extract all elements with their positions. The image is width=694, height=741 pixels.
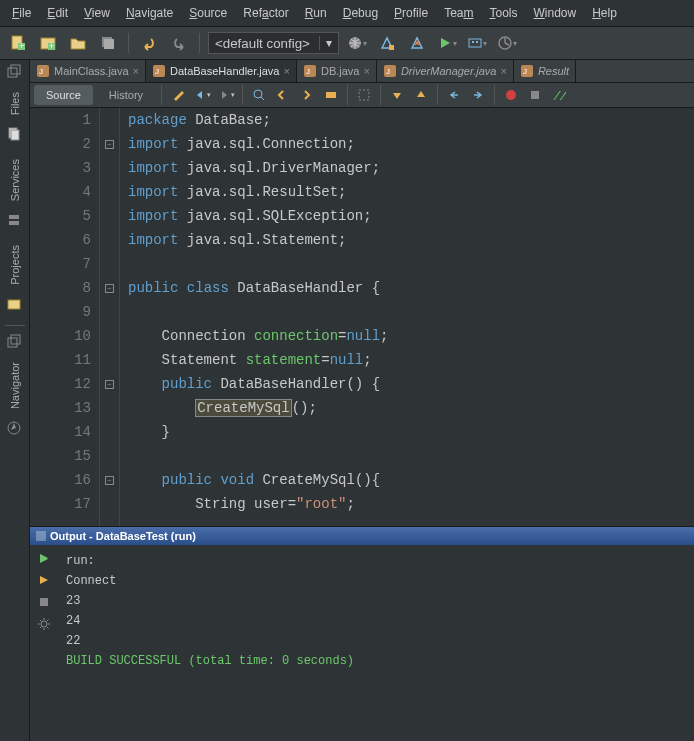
menu-refactor[interactable]: Refactor (235, 2, 296, 24)
sidebar-projects[interactable]: Projects (9, 245, 21, 285)
output-header[interactable]: Output - DataBaseTest (run) (30, 527, 694, 545)
menu-profile[interactable]: Profile (386, 2, 436, 24)
main-toolbar: + + ▾ ▾ ▾ ▾ ▾ (0, 27, 694, 60)
open-button[interactable] (66, 31, 90, 55)
shift-left-icon[interactable] (444, 85, 464, 105)
output-text[interactable]: run: Connect 23 24 22 BUILD SUCCESSFUL (… (60, 545, 694, 741)
comment-icon[interactable]: // (549, 85, 569, 105)
tab-databasehandler[interactable]: J DataBaseHandler.java × (146, 60, 297, 82)
source-tab[interactable]: Source (34, 85, 93, 105)
projects-icon[interactable] (7, 297, 23, 313)
close-icon[interactable]: × (500, 65, 506, 77)
tab-mainclass[interactable]: J MainClass.java × (30, 60, 146, 82)
shift-right-icon[interactable] (468, 85, 488, 105)
close-icon[interactable]: × (284, 65, 290, 77)
next-bookmark-icon[interactable] (411, 85, 431, 105)
rerun-alt-icon[interactable] (37, 573, 53, 589)
close-icon[interactable]: × (363, 65, 369, 77)
menu-tools[interactable]: Tools (481, 2, 525, 24)
menu-source[interactable]: Source (181, 2, 235, 24)
toggle-rect-icon[interactable] (354, 85, 374, 105)
stop-icon[interactable] (37, 595, 53, 611)
output-panel: Output - DataBaseTest (run) run: Connect… (30, 526, 694, 741)
find-prev-icon[interactable] (273, 85, 293, 105)
menu-run[interactable]: Run (297, 2, 335, 24)
menu-debug[interactable]: Debug (335, 2, 386, 24)
output-title: Output - DataBaseTest (run) (50, 530, 196, 542)
fold-icon[interactable]: − (105, 140, 114, 149)
restore-icon[interactable] (7, 64, 23, 80)
save-all-button[interactable] (96, 31, 120, 55)
debug-button[interactable]: ▾ (465, 31, 489, 55)
svg-text:J: J (306, 67, 310, 76)
settings-icon[interactable] (37, 617, 53, 633)
back-icon[interactable]: ▾ (192, 85, 212, 105)
svg-rect-40 (36, 531, 46, 541)
build-button[interactable] (375, 31, 399, 55)
browser-button[interactable]: ▾ (345, 31, 369, 55)
forward-icon[interactable]: ▾ (216, 85, 236, 105)
editor-area: J MainClass.java × J DataBaseHandler.jav… (30, 60, 694, 741)
sidebar-files[interactable]: Files (9, 92, 21, 115)
code-editor[interactable]: 1 2 3 4 5 6 7 8 9 10 11 12 13 14 15 16 1… (30, 108, 694, 526)
tab-result[interactable]: J Result (514, 60, 576, 82)
sidebar-navigator[interactable]: Navigator (9, 362, 21, 409)
profile-button[interactable]: ▾ (495, 31, 519, 55)
menu-edit[interactable]: Edit (39, 2, 76, 24)
tab-label: DriverManager.java (401, 65, 497, 77)
menu-team[interactable]: Team (436, 2, 481, 24)
fold-icon[interactable]: − (105, 380, 114, 389)
services-icon[interactable] (7, 213, 23, 229)
toggle-highlight-icon[interactable] (321, 85, 341, 105)
run-button[interactable]: ▾ (435, 31, 459, 55)
code-text[interactable]: package DataBase; import java.sql.Connec… (120, 108, 694, 526)
line-number: 6 (30, 228, 91, 252)
macro-record-icon[interactable] (501, 85, 521, 105)
chevron-down-icon[interactable]: ▾ (319, 36, 338, 50)
files-icon[interactable] (7, 127, 23, 143)
fold-icon[interactable]: − (105, 284, 114, 293)
java-file-icon: J (383, 64, 397, 78)
history-tab[interactable]: History (97, 85, 155, 105)
find-next-icon[interactable] (297, 85, 317, 105)
config-input[interactable] (209, 34, 319, 53)
menu-view[interactable]: View (76, 2, 118, 24)
tab-label: DataBaseHandler.java (170, 65, 279, 77)
find-selection-icon[interactable] (249, 85, 269, 105)
svg-rect-7 (104, 39, 114, 49)
rerun-icon[interactable] (37, 551, 53, 567)
menu-window[interactable]: Window (526, 2, 585, 24)
config-dropdown[interactable]: ▾ (208, 32, 339, 54)
tab-db[interactable]: J DB.java × (297, 60, 377, 82)
menu-file[interactable]: File (4, 2, 39, 24)
tab-drivermanager[interactable]: J DriverManager.java × (377, 60, 514, 82)
last-edit-icon[interactable] (168, 85, 188, 105)
svg-text://: // (553, 89, 566, 102)
line-number: 4 (30, 180, 91, 204)
svg-text:J: J (523, 67, 527, 76)
svg-rect-41 (40, 598, 48, 606)
prev-bookmark-icon[interactable] (387, 85, 407, 105)
java-file-icon: J (303, 64, 317, 78)
svg-text:J: J (39, 67, 43, 76)
new-project-button[interactable]: + (36, 31, 60, 55)
navigator-icon[interactable] (7, 421, 23, 437)
close-icon[interactable]: × (133, 65, 139, 77)
redo-button[interactable] (167, 31, 191, 55)
clean-build-button[interactable] (405, 31, 429, 55)
line-number: 13 (30, 396, 91, 420)
tab-label: DB.java (321, 65, 360, 77)
svg-rect-19 (9, 221, 19, 225)
menu-help[interactable]: Help (584, 2, 625, 24)
svg-text:+: + (49, 41, 54, 51)
restore-icon-2[interactable] (7, 334, 23, 350)
svg-rect-35 (326, 92, 336, 98)
undo-button[interactable] (137, 31, 161, 55)
sidebar-services[interactable]: Services (9, 159, 21, 201)
fold-icon[interactable]: − (105, 476, 114, 485)
svg-text:+: + (19, 41, 24, 51)
new-file-button[interactable]: + (6, 31, 30, 55)
menu-navigate[interactable]: Navigate (118, 2, 181, 24)
macro-stop-icon[interactable] (525, 85, 545, 105)
line-number: 8 (30, 276, 91, 300)
